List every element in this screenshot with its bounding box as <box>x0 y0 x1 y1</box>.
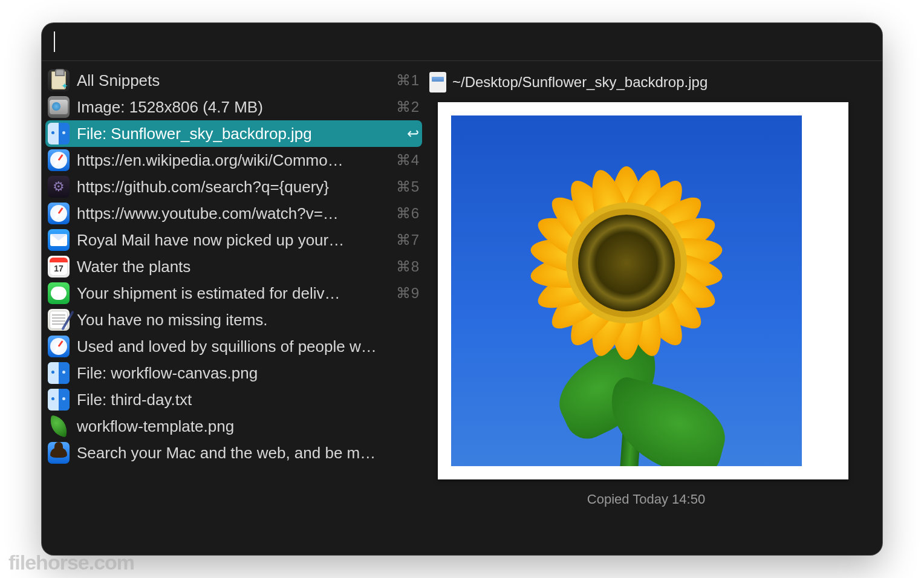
file-icon <box>429 72 446 93</box>
copied-timestamp: Copied Today 14:50 <box>426 492 867 507</box>
finder-icon <box>48 123 70 144</box>
result-label: File: workflow-canvas.png <box>77 364 420 383</box>
result-row[interactable]: Used and loved by squillions of people w… <box>42 333 426 360</box>
result-row[interactable]: Image: 1528x806 (4.7 MB)⌘2 <box>42 94 426 120</box>
result-label: https://github.com/search?q={query} <box>77 178 390 196</box>
results-list: All Snippets⌘1Image: 1528x806 (4.7 MB)⌘2… <box>42 61 426 555</box>
mail-icon <box>48 229 70 251</box>
keyboard-shortcut: ⌘4 <box>396 152 420 169</box>
result-row[interactable]: Royal Mail have now picked up your…⌘7 <box>42 227 426 253</box>
result-label: Search your Mac and the web, and be m… <box>77 444 420 463</box>
content-area: All Snippets⌘1Image: 1528x806 (4.7 MB)⌘2… <box>42 61 882 555</box>
result-row[interactable]: https://en.wikipedia.org/wiki/Commo…⌘4 <box>42 147 426 174</box>
preview-file-path: ~/Desktop/Sunflower_sky_backdrop.jpg <box>426 72 867 93</box>
calendar-icon <box>48 256 70 278</box>
keyboard-shortcut: ⌘5 <box>396 178 420 195</box>
keyboard-shortcut: ⌘9 <box>396 285 420 302</box>
watermark: filehorse.com <box>8 551 134 574</box>
keyboard-shortcut: ⌘8 <box>396 258 420 275</box>
finder-icon <box>48 362 70 384</box>
result-row[interactable]: You have no missing items. <box>42 307 426 333</box>
result-label: Used and loved by squillions of people w… <box>77 337 420 356</box>
gear-icon: ⚙ <box>48 176 70 198</box>
messages-icon <box>48 282 70 304</box>
result-row[interactable]: File: third-day.txt <box>42 386 426 413</box>
result-label: All Snippets <box>77 71 390 90</box>
finder-icon <box>48 389 70 411</box>
clipboard-icon <box>48 70 70 91</box>
safari-icon <box>48 336 70 357</box>
keyboard-shortcut: ⌘7 <box>396 232 420 248</box>
result-label: You have no missing items. <box>77 311 420 330</box>
result-label: File: Sunflower_sky_backdrop.jpg <box>77 125 401 143</box>
result-row[interactable]: Search your Mac and the web, and be m… <box>42 440 426 466</box>
result-row[interactable]: Water the plants⌘8 <box>42 253 426 280</box>
result-label: Water the plants <box>77 258 390 276</box>
preview-thumbnail <box>451 115 802 466</box>
notes-icon <box>48 309 70 331</box>
alfred-icon <box>48 442 70 464</box>
result-row[interactable]: File: Sunflower_sky_backdrop.jpg↩ <box>45 120 422 147</box>
result-label: Image: 1528x806 (4.7 MB) <box>77 98 390 117</box>
preview-pane: ~/Desktop/Sunflower_sky_backdrop.jpg Cop… <box>426 61 882 555</box>
result-label: Royal Mail have now picked up your… <box>77 231 390 250</box>
safari-icon <box>48 203 70 224</box>
result-label: Your shipment is estimated for deliv… <box>77 284 390 303</box>
result-row[interactable]: File: workflow-canvas.png <box>42 360 426 386</box>
keyboard-shortcut: ⌘2 <box>396 99 420 115</box>
result-row[interactable]: All Snippets⌘1 <box>42 67 426 94</box>
safari-icon <box>48 149 70 171</box>
result-row[interactable]: workflow-template.png <box>42 413 426 440</box>
result-row[interactable]: ⚙https://github.com/search?q={query}⌘5 <box>42 174 426 200</box>
search-bar[interactable] <box>42 23 882 61</box>
clipboard-window: All Snippets⌘1Image: 1528x806 (4.7 MB)⌘2… <box>42 23 882 555</box>
result-label: https://en.wikipedia.org/wiki/Commo… <box>77 151 390 170</box>
result-row[interactable]: Your shipment is estimated for deliv…⌘9 <box>42 280 426 307</box>
preview-thumbnail-frame <box>438 102 848 479</box>
preview-path-text: ~/Desktop/Sunflower_sky_backdrop.jpg <box>452 74 708 91</box>
result-row[interactable]: https://www.youtube.com/watch?v=…⌘6 <box>42 200 426 227</box>
search-input[interactable] <box>55 29 870 54</box>
keyboard-shortcut: ⌘6 <box>396 205 420 222</box>
result-label: File: third-day.txt <box>77 391 420 409</box>
preview-icon <box>48 96 70 118</box>
result-label: https://www.youtube.com/watch?v=… <box>77 204 390 223</box>
enter-icon: ↩ <box>407 125 420 142</box>
result-label: workflow-template.png <box>77 417 420 436</box>
leaf-icon <box>48 415 70 437</box>
keyboard-shortcut: ⌘1 <box>396 72 420 89</box>
